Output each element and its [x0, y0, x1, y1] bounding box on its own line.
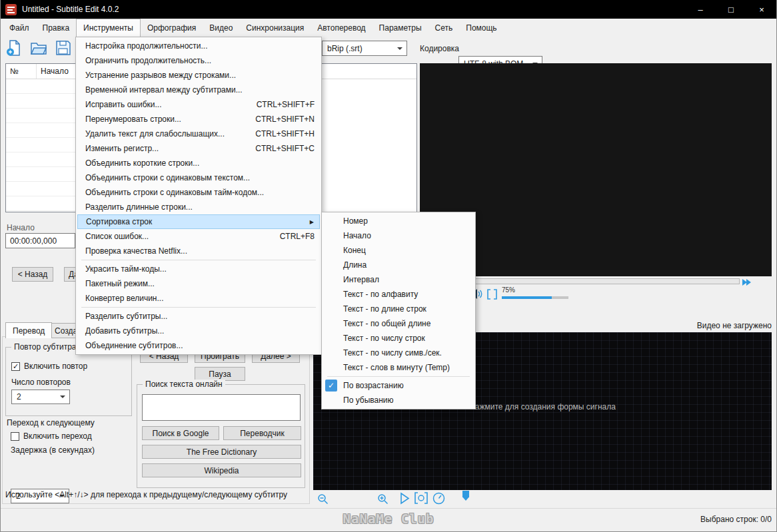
menubar-item-6[interactable]: Автоперевод: [311, 19, 372, 37]
online-search-group: Поиск текста онлайн Поиск в Google Перев…: [137, 384, 305, 488]
online-search-input[interactable]: [142, 394, 301, 421]
volume-slider[interactable]: [502, 296, 568, 299]
window-controls: – □ ×: [685, 0, 777, 19]
minimize-button[interactable]: –: [685, 0, 716, 19]
menubar-item-5[interactable]: Синхронизация: [239, 19, 311, 37]
tools-menu-separator: [81, 260, 316, 260]
repeat-count-label: Число повторов: [11, 378, 71, 387]
checkbox-checked-icon: ✓: [11, 362, 20, 371]
sort-submenu: НомерНачалоКонецДлинаИнтервалТекст - по …: [321, 212, 476, 409]
sort-submenu-item-2[interactable]: Конец: [322, 243, 475, 258]
tools-menu-item-13[interactable]: Список ошибок...CTRL+F8: [76, 229, 321, 244]
play-icon[interactable]: [399, 492, 410, 505]
tools-menu-item-21[interactable]: Добавить субтитры...: [76, 324, 321, 338]
tools-menu-item-0[interactable]: Настройка продолжительности...: [76, 39, 321, 53]
column-header-start[interactable]: Начало: [37, 64, 81, 79]
tools-menu-item-4[interactable]: Исправить ошибки...CTRL+SHIFT+F: [76, 97, 321, 112]
menu-item-label: Текст - по числу симв./сек.: [343, 348, 442, 358]
menu-item-label: Сортировка строк: [86, 217, 152, 226]
tools-menu-item-12[interactable]: Сортировка строк▶: [77, 214, 320, 229]
menu-item-label: Текст - по общей длине: [343, 319, 430, 328]
menu-item-label: Текст - слов в минуту (Temp): [343, 363, 450, 372]
menu-item-label: Конвертер величин...: [85, 294, 163, 303]
zoom-in-icon[interactable]: [377, 493, 388, 505]
menubar-item-9[interactable]: Помощь: [459, 19, 503, 37]
playback-pause-button[interactable]: Пауза: [195, 367, 245, 381]
menubar-item-4[interactable]: Видео: [203, 19, 239, 37]
app-icon: [5, 4, 17, 15]
new-file-button[interactable]: [4, 38, 24, 58]
sort-submenu-item-5[interactable]: Текст - по алфавиту: [322, 287, 475, 302]
position-marker-icon[interactable]: [462, 491, 469, 501]
format-select[interactable]: bRip (.srt): [322, 41, 407, 56]
enable-repeat-checkbox[interactable]: ✓ Включить повтор: [11, 362, 87, 371]
checkbox-unchecked-icon: [11, 432, 19, 441]
free-dictionary-button[interactable]: The Free Dictionary: [142, 445, 301, 459]
new-file-icon: [5, 39, 23, 57]
open-file-button[interactable]: [29, 38, 49, 58]
statusbar: NaNaMe Club Выбрано строк: 0/0: [0, 508, 777, 532]
tools-menu-item-2[interactable]: Устранение разрывов между строками...: [76, 68, 321, 83]
close-button[interactable]: ×: [746, 0, 777, 19]
fast-forward-icon[interactable]: [742, 278, 754, 288]
zoom-out-icon[interactable]: [317, 493, 329, 505]
start-time-input[interactable]: 00:00:00,000: [5, 233, 75, 248]
toolbar: [4, 38, 73, 58]
menubar-item-0[interactable]: Файл: [3, 19, 36, 37]
sort-submenu-item-9[interactable]: Текст - по числу симв./сек.: [322, 346, 475, 360]
tools-menu-item-20[interactable]: Разделить субтитры...: [76, 309, 321, 324]
wikipedia-button[interactable]: Wikipedia: [142, 463, 301, 477]
menubar-item-8[interactable]: Сеть: [428, 19, 460, 37]
tools-menu-item-8[interactable]: Объединить короткие строки...: [76, 156, 321, 170]
sort-submenu-item-12[interactable]: ✓По возрастанию: [322, 378, 475, 393]
brackets-icon[interactable]: [487, 289, 497, 300]
sort-submenu-item-0[interactable]: Номер: [322, 214, 475, 228]
sort-submenu-item-1[interactable]: Начало: [322, 228, 475, 243]
maximize-button[interactable]: □: [716, 0, 746, 19]
sort-submenu-item-7[interactable]: Текст - по общей длине: [322, 316, 475, 331]
watermark: NaNaMe Club: [0, 511, 777, 526]
sort-submenu-item-10[interactable]: Текст - слов в минуту (Temp): [322, 360, 475, 375]
tools-menu-item-11[interactable]: Разделить длинные строки...: [76, 200, 321, 214]
translator-button[interactable]: Переводчик: [223, 426, 301, 440]
menu-item-label: Начало: [343, 231, 371, 240]
speed-gauge-icon[interactable]: [432, 492, 445, 505]
sort-submenu-item-6[interactable]: Текст - по длине строк: [322, 302, 475, 316]
tools-menu-item-3[interactable]: Временной интервал между субтитрами...: [76, 83, 321, 97]
menubar-item-3[interactable]: Орфография: [141, 19, 203, 37]
menu-item-label: Перенумеровать строки...: [85, 115, 181, 124]
format-value: bRip (.srt): [327, 44, 363, 53]
tools-menu-item-9[interactable]: Объединить строки с одинаковым текстом..…: [76, 170, 321, 185]
tools-menu-item-14[interactable]: Проверка качества Netflix...: [76, 244, 321, 258]
save-button[interactable]: [53, 38, 73, 58]
tab-translate[interactable]: Перевод: [5, 322, 52, 338]
play-selection-icon[interactable]: [414, 492, 428, 504]
sort-submenu-item-13[interactable]: По убыванию: [322, 393, 475, 407]
tools-menu-item-7[interactable]: Изменить регистр...CTRL+SHIFT+C: [76, 141, 321, 156]
repeat-count-select[interactable]: 2: [11, 390, 70, 404]
open-file-icon: [29, 39, 48, 57]
empty-row-grid: [6, 79, 75, 212]
enable-advance-checkbox[interactable]: Включить переход: [11, 431, 92, 441]
tools-menu-item-18[interactable]: Конвертер величин...: [76, 291, 321, 306]
volume-label: 75%: [502, 286, 515, 294]
tools-menu-item-6[interactable]: Удалить текст для слабослышащих...CTRL+S…: [76, 127, 321, 141]
menubar-item-2[interactable]: Инструменты: [76, 19, 141, 37]
menubar: ФайлПравкаИнструментыОрфографияВидеоСинх…: [0, 19, 777, 37]
column-header-number[interactable]: №: [6, 64, 37, 79]
menu-item-shortcut: CTRL+SHIFT+C: [239, 144, 315, 153]
tools-menu-item-17[interactable]: Пакетный режим...: [76, 276, 321, 291]
sort-submenu-item-8[interactable]: Текст - по числу строк: [322, 331, 475, 346]
tools-menu-item-16[interactable]: Украсить тайм-коды...: [76, 262, 321, 276]
menubar-item-1[interactable]: Правка: [36, 19, 77, 37]
tools-menu-item-10[interactable]: Объединить строки с одинаковым тайм-кодо…: [76, 185, 321, 200]
google-search-button[interactable]: Поиск в Google: [142, 426, 219, 440]
sort-submenu-item-3[interactable]: Длина: [322, 258, 475, 272]
previous-subtitle-button[interactable]: < Назад: [12, 267, 53, 282]
enable-advance-label: Включить переход: [23, 431, 92, 441]
tools-menu-item-1[interactable]: Ограничить продолжительность...: [76, 53, 321, 68]
tools-menu-item-5[interactable]: Перенумеровать строки...CTRL+SHIFT+N: [76, 112, 321, 127]
sort-submenu-item-4[interactable]: Интервал: [322, 272, 475, 287]
menubar-item-7[interactable]: Параметры: [373, 19, 428, 37]
tools-menu-item-22[interactable]: Объединение субтитров...: [76, 338, 321, 353]
